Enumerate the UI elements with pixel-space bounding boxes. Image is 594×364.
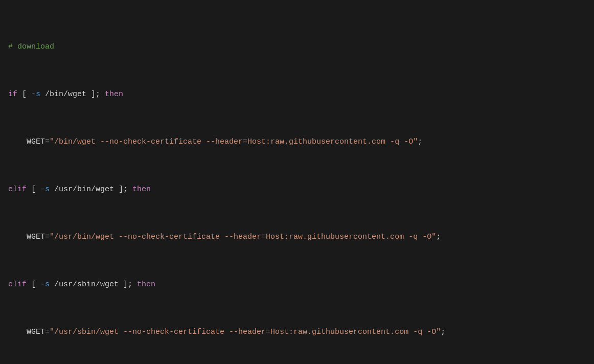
line-wget-usr-assign: WGET="/usr/bin/wget --no-check-certifica…: [8, 231, 586, 243]
code-block: # download if [ -s /bin/wget ]; then WGE…: [0, 0, 594, 364]
comment-text: # download: [8, 41, 54, 53]
line-comment: # download: [8, 41, 586, 53]
line-elif-wget-sbin: elif [ -s /usr/sbin/wget ]; then: [8, 279, 586, 290]
line-wget-bin-assign: WGET="/bin/wget --no-check-certificate -…: [8, 136, 586, 148]
line-elif-wget-usr: elif [ -s /usr/bin/wget ]; then: [8, 184, 586, 195]
line-if-wget-bin: if [ -s /bin/wget ]; then: [8, 88, 586, 100]
line-wget-sbin-assign: WGET="/usr/sbin/wget --no-check-certific…: [8, 326, 586, 338]
